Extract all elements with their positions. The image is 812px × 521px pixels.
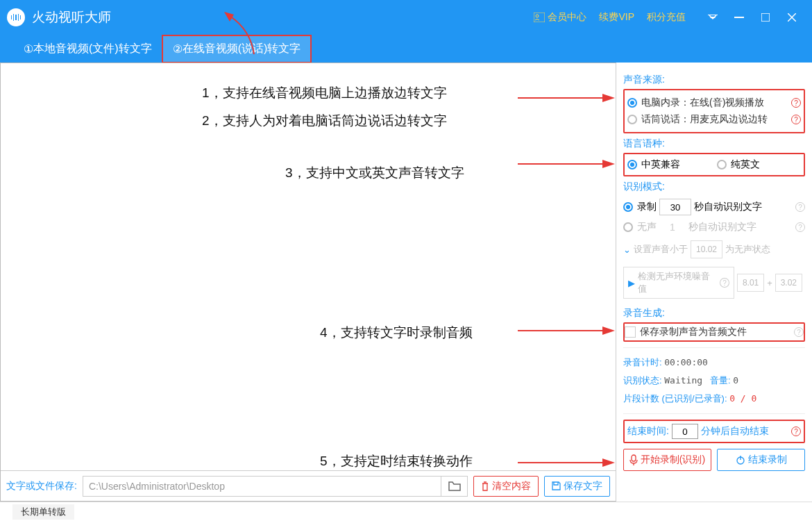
start-record-button[interactable]: 开始录制(识别) [623,449,711,471]
titlebar: 火动视听大师 会员中心 续费VIP 积分充值 [0,0,812,35]
help-icon[interactable]: ? [794,327,804,337]
feature-2: 2，支持人为对着电脑话筒边说话边转文字 [202,112,447,130]
license-badge: 长期单转版 [12,504,74,520]
lang-en-radio[interactable]: 纯英文 [717,158,801,171]
source-options: 电脑内录：在线(音)视频播放 ? 话筒说话：用麦克风边说边转 ? [623,89,805,133]
svg-rect-15 [632,455,636,461]
feature-5: 5，支持定时结束转换动作 [320,452,473,470]
chevron-down-icon: ⌄ [623,245,631,255]
svg-rect-0 [534,13,545,22]
recgen-title: 录音生成: [623,307,805,320]
svg-marker-12 [602,326,615,335]
noise-detect-row: ▶ 检测无声环境噪音值 ? 8.01 + 3.02 [623,267,805,299]
tab-num: ① [24,42,33,56]
svg-marker-10 [602,160,615,168]
noise-value-1: 8.01 [737,274,764,292]
trash-icon [481,481,489,491]
help-icon[interactable]: ? [795,222,805,232]
feature-3: 3，支持中文或英文声音转文字 [285,164,464,182]
tab-num: ② [173,42,183,56]
tab-label: 本地音视频(文件)转文字 [33,42,152,56]
radio-icon [623,202,633,212]
help-icon[interactable]: ? [795,202,805,212]
checkbox-icon [625,326,636,338]
source-title: 声音来源: [623,74,805,86]
save-icon [552,481,561,490]
radio-icon [627,115,637,124]
browse-folder-button[interactable] [441,476,468,497]
status-bar: 长期单转版 [0,502,812,521]
power-icon [736,455,745,465]
save-text-button[interactable]: 保存文字 [544,476,610,497]
radio-icon [717,160,727,169]
app-logo [7,8,25,26]
mode-record-radio[interactable]: 录制 秒自动识别文字 ? [623,196,805,218]
mic-icon [629,454,638,465]
clear-button[interactable]: 清空内容 [473,476,539,497]
tabbar: ① 本地音视频(文件)转文字 ② 在线音视频(说话)转文字 [0,35,812,63]
lang-options: 中英兼容 纯英文 [623,153,805,176]
feature-4: 4，支持转文字时录制音频 [320,324,473,342]
maximize-button[interactable] [752,0,779,35]
tab-local-file[interactable]: ① 本地音视频(文件)转文字 [14,36,162,62]
help-icon[interactable]: ? [720,278,729,288]
help-icon[interactable]: ? [791,115,801,124]
end-minutes-input[interactable] [672,424,698,439]
svg-marker-6 [224,12,234,22]
mode-silent-radio[interactable]: 无声 1 秒自动识别文字 ? [623,218,805,236]
radio-icon [627,98,637,108]
save-audio-checkbox[interactable]: 保存录制声音为音频文件 ? [623,322,805,342]
play-icon: ▶ [628,278,635,288]
save-label: 文字或文件保存: [6,480,77,493]
help-icon[interactable]: ? [791,427,801,436]
main-area: 1，支持在线音视频电脑上边播放边转文字 2，支持人为对着电脑话筒边说话边转文字 … [0,63,616,502]
svg-rect-3 [761,13,770,22]
member-center-link[interactable]: 会员中心 [534,11,586,24]
mode-title: 识别模式: [623,181,805,193]
minimize-button[interactable] [726,0,752,35]
noise-value-2: 3.02 [775,274,802,292]
detect-noise-button[interactable]: ▶ 检测无声环境噪音值 ? [623,267,734,299]
side-panel: 声音来源: 电脑内录：在线(音)视频播放 ? 话筒说话：用麦克风边说边转 ? 语… [616,63,812,502]
svg-point-1 [536,15,539,17]
svg-marker-8 [602,94,615,102]
source-internal-radio[interactable]: 电脑内录：在线(音)视频播放 ? [627,94,801,111]
radio-icon [623,222,633,232]
timer-row: 录音计时: 00:00:00 [623,354,805,372]
menu-button[interactable] [700,0,726,35]
app-title: 火动视听大师 [32,8,111,26]
threshold-toggle[interactable]: ⌄ 设置声音小于 10.02 为无声状态 [623,236,805,263]
svg-marker-14 [602,458,615,467]
lang-title: 语言语种: [623,138,805,150]
bottom-bar: 文字或文件保存: C:\Users\Administrator\Desktop … [1,470,616,501]
lang-cn-en-radio[interactable]: 中英兼容 [627,158,711,171]
save-path-input[interactable]: C:\Users\Administrator\Desktop [83,476,441,497]
radio-icon [627,160,637,169]
renew-vip-link[interactable]: 续费VIP [599,11,634,24]
end-time-row: 结束时间: 分钟后自动结束 ? [623,420,805,443]
segment-row: 片段计数 (已识别/已录音): 0 / 0 [623,390,805,408]
record-seconds-input[interactable] [659,199,691,215]
help-icon[interactable]: ? [791,98,801,108]
feature-1: 1，支持在线音视频电脑上边播放边转文字 [202,84,447,102]
stop-record-button[interactable]: 结束录制 [717,449,805,471]
source-mic-radio[interactable]: 话筒说话：用麦克风边说边转 ? [627,111,801,128]
close-button[interactable] [779,0,805,35]
points-recharge-link[interactable]: 积分充值 [647,11,686,24]
status-row: 识别状态: Waiting 音量: 0 [623,372,805,390]
